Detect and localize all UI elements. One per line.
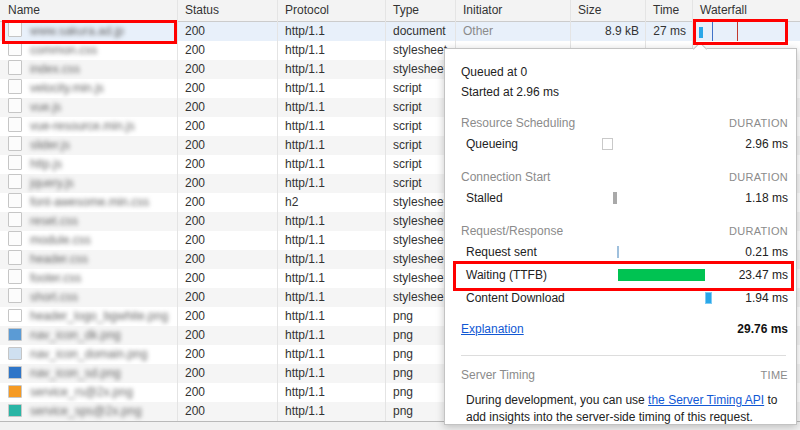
duration-column-label: DURATION <box>729 113 788 133</box>
total-duration: 29.76 ms <box>737 319 788 339</box>
initiator-cell: Other <box>455 22 570 41</box>
name-cell: reset.css <box>0 212 177 231</box>
file-icon <box>8 288 22 303</box>
request-name: short.css <box>30 290 78 304</box>
header-size[interactable]: Size <box>570 0 645 21</box>
protocol-cell: http/1.1 <box>277 174 385 193</box>
header-time[interactable]: Time <box>645 0 692 21</box>
protocol-cell: http/1.1 <box>277 383 385 402</box>
protocol-cell: http/1.1 <box>277 41 385 60</box>
column-divider[interactable] <box>177 0 178 421</box>
dom-content-loaded-line <box>712 22 713 41</box>
name-cell: velocity.min.js <box>0 79 177 98</box>
status-cell: 200 <box>177 364 277 383</box>
protocol-cell: http/1.1 <box>277 212 385 231</box>
duration-column-label: DURATION <box>729 167 788 187</box>
name-cell: www.sakura.ad.jp <box>0 22 177 41</box>
status-cell: 200 <box>177 193 277 212</box>
request-name: www.sakura.ad.jp <box>30 24 124 38</box>
name-cell: module.css <box>0 231 177 250</box>
explanation-link[interactable]: Explanation <box>461 322 524 336</box>
status-cell: 200 <box>177 79 277 98</box>
status-cell: 200 <box>177 136 277 155</box>
request-name: font-awesome.min.css <box>30 195 149 209</box>
protocol-cell: http/1.1 <box>277 22 385 41</box>
request-name: jquery.js <box>30 176 74 190</box>
status-cell: 200 <box>177 307 277 326</box>
protocol-cell: h2 <box>277 193 385 212</box>
name-cell: nav_icon_sd.png <box>0 364 177 383</box>
request-name: slider.js <box>30 138 70 152</box>
request-name: service_rs@2x.png <box>30 385 133 399</box>
column-divider[interactable] <box>277 0 278 421</box>
phase-duration: 1.94 ms <box>745 287 788 310</box>
protocol-cell: http/1.1 <box>277 79 385 98</box>
name-cell: jquery.js <box>0 174 177 193</box>
server-timing-note: During development, you can use the Serv… <box>466 392 784 426</box>
timing-section-header: Resource Scheduling DURATION <box>445 113 796 133</box>
protocol-cell: http/1.1 <box>277 136 385 155</box>
phase-label: Queueing <box>445 137 518 151</box>
server-timing-api-link[interactable]: the Server Timing API <box>648 393 764 407</box>
started-at-text: Started at 2.96 ms <box>445 82 796 102</box>
header-initiator[interactable]: Initiator <box>455 0 570 21</box>
table-header: Name Status Protocol Type Initiator Size… <box>0 0 800 22</box>
file-icon <box>8 117 22 132</box>
name-cell: slider.js <box>0 136 177 155</box>
header-name[interactable]: Name <box>0 0 177 21</box>
section-title: Request/Response <box>461 224 563 238</box>
request-name: http.js <box>30 157 62 171</box>
request-name: module.css <box>30 233 91 247</box>
name-cell: nav_icon_dk.png <box>0 326 177 345</box>
header-status[interactable]: Status <box>177 0 277 21</box>
header-waterfall[interactable]: Waterfall <box>692 0 800 21</box>
column-divider[interactable] <box>385 0 386 421</box>
timing-phase-row: Waiting (TTFB) 23.47 ms <box>445 264 796 287</box>
status-cell: 200 <box>177 212 277 231</box>
protocol-cell: http/1.1 <box>277 98 385 117</box>
file-icon <box>8 22 22 37</box>
image-thumbnail-icon <box>8 347 22 360</box>
popup-divider <box>461 355 786 356</box>
image-thumbnail-icon <box>8 404 22 417</box>
status-cell: 200 <box>177 174 277 193</box>
name-cell: header.css <box>0 250 177 269</box>
image-thumbnail-icon <box>8 366 22 379</box>
name-cell: vue.js <box>0 98 177 117</box>
status-cell: 200 <box>177 231 277 250</box>
request-name: velocity.min.js <box>30 81 104 95</box>
file-icon <box>8 98 22 113</box>
request-name: header_logo_bgwhite.png <box>30 309 168 323</box>
file-icon <box>8 193 22 208</box>
name-cell: service_sps@2x.png <box>0 402 177 421</box>
request-name: reset.css <box>30 214 78 228</box>
protocol-cell: http/1.1 <box>277 250 385 269</box>
timing-popup: Queued at 0 Started at 2.96 ms Resource … <box>444 48 797 425</box>
table-row[interactable]: www.sakura.ad.jp 200 http/1.1 document O… <box>0 22 800 41</box>
note-text: During development, you can use <box>466 393 648 407</box>
queued-at-text: Queued at 0 <box>445 62 796 82</box>
status-cell: 200 <box>177 98 277 117</box>
request-name: header.css <box>30 252 88 266</box>
timing-phase-row: Content Download 1.94 ms <box>445 287 796 310</box>
timing-section-header: Connection Start DURATION <box>445 167 796 187</box>
server-timing-title: Server Timing <box>461 368 535 382</box>
phase-duration: 23.47 ms <box>739 264 788 287</box>
timing-phase-row: Request sent 0.21 ms <box>445 241 796 264</box>
phase-bar <box>618 269 705 281</box>
protocol-cell: http/1.1 <box>277 402 385 421</box>
phase-duration: 1.18 ms <box>745 187 788 210</box>
status-cell: 200 <box>177 383 277 402</box>
status-cell: 200 <box>177 22 277 41</box>
name-cell: common.css <box>0 41 177 60</box>
file-icon <box>8 60 22 75</box>
name-cell: footer.css <box>0 269 177 288</box>
file-icon <box>8 174 22 189</box>
protocol-cell: http/1.1 <box>277 269 385 288</box>
phase-bar <box>705 292 712 304</box>
header-type[interactable]: Type <box>385 0 455 21</box>
header-protocol[interactable]: Protocol <box>277 0 385 21</box>
request-name: vue.js <box>30 100 61 114</box>
waterfall-cell <box>692 22 800 41</box>
file-icon <box>8 136 22 151</box>
